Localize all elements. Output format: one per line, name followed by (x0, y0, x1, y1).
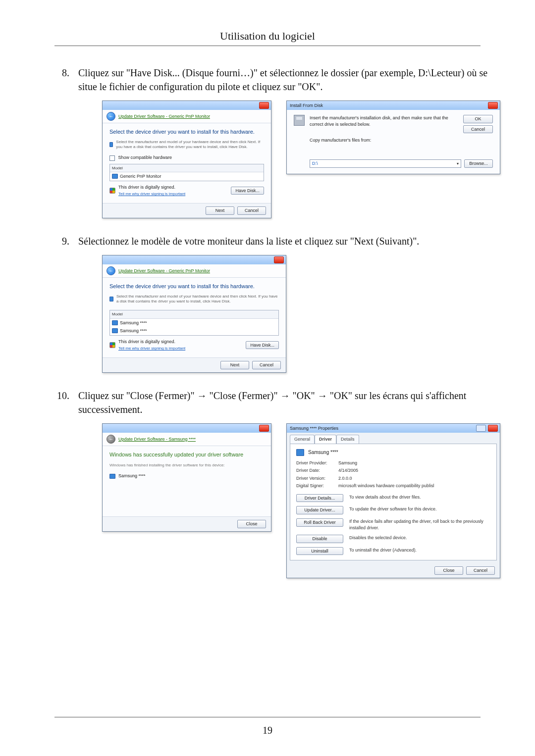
model-header: Model (110, 310, 278, 318)
rollback-driver-button[interactable]: Roll Back Driver (296, 518, 343, 527)
disable-button[interactable]: Disable (296, 535, 343, 543)
update-driver-desc: To update the driver software for this d… (349, 506, 490, 512)
ok-button[interactable]: OK (463, 115, 493, 123)
model-item-label: Generic PnP Monitor (120, 173, 161, 180)
update-driver-wizard-samsung: ← Update Driver Software - Generic PnP M… (102, 255, 286, 373)
driver-properties-dialog: Samsung **** Properties General Driver D… (286, 423, 500, 578)
browse-button[interactable]: Browse... (464, 159, 493, 168)
path-combobox[interactable]: D:\ ▾ (310, 159, 461, 168)
wizard-heading: Select the device driver you want to ins… (109, 283, 279, 290)
breadcrumb: Update Driver Software - Samsung **** (118, 436, 196, 443)
instruction-list: 8. Cliquez sur "Have Disk... (Disque fou… (54, 66, 481, 582)
wizard-note: Select the manufacturer and model of you… (116, 140, 264, 150)
list-item[interactable]: Generic PnP Monitor (110, 172, 264, 181)
step-text: Sélectionnez le modèle de votre moniteur… (78, 234, 481, 248)
back-icon: ← (107, 435, 115, 444)
next-button[interactable]: Next (206, 206, 234, 215)
signed-label: This driver is digitally signed. (118, 184, 185, 191)
monitor-icon (109, 474, 115, 479)
list-item[interactable]: Samsung **** (110, 327, 278, 335)
device-name: Samsung **** (308, 449, 338, 456)
window-title: Install From Disk (289, 102, 486, 109)
back-icon[interactable]: ← (107, 266, 115, 275)
tab-details[interactable]: Details (336, 435, 359, 444)
signing-link[interactable]: Tell me why driver signing is important (118, 192, 185, 196)
step-text: Cliquez sur "Have Disk... (Disque fourni… (78, 66, 500, 94)
driver-details-desc: To view details about the driver files. (349, 494, 490, 501)
update-success-dialog: ← Update Driver Software - Samsung **** … (102, 423, 271, 532)
device-name: Samsung **** (118, 473, 146, 479)
close-icon[interactable] (259, 102, 269, 109)
model-listbox[interactable]: Model Generic PnP Monitor (109, 164, 264, 181)
back-icon[interactable]: ← (107, 112, 115, 121)
signing-link[interactable]: Tell me why driver signing is important (118, 346, 185, 351)
shield-icon (109, 342, 115, 348)
footer-rule (54, 717, 481, 717)
success-sub: Windows has finished installing the driv… (109, 462, 264, 468)
chevron-down-icon[interactable]: ▾ (457, 161, 459, 166)
model-item-label: Samsung **** (120, 328, 147, 334)
path-value: D:\ (312, 160, 318, 167)
label-date: Driver Date: (296, 467, 338, 474)
monitor-icon (109, 297, 113, 302)
breadcrumb: Update Driver Software - Generic PnP Mon… (118, 113, 210, 120)
monitor-icon (112, 320, 118, 325)
list-item[interactable]: Samsung **** (110, 319, 278, 327)
label-provider: Driver Provider: (296, 460, 338, 466)
install-from-disk-dialog: Install From Disk Insert the manufacture… (286, 101, 500, 174)
success-heading: Windows has successfully updated your dr… (109, 451, 264, 458)
cancel-button[interactable]: Cancel (237, 206, 266, 215)
step-number: 9. (54, 234, 69, 377)
tab-driver[interactable]: Driver (315, 435, 336, 444)
show-compatible-checkbox[interactable] (109, 155, 115, 161)
update-driver-wizard-generic: ← Update Driver Software - Generic PnP M… (102, 101, 271, 218)
wizard-heading: Select the device driver you want to ins… (109, 128, 264, 136)
close-icon[interactable] (259, 425, 269, 432)
value-provider: Samsung (338, 460, 490, 466)
step-number: 10. (54, 389, 69, 582)
have-disk-button[interactable]: Have Disk... (246, 341, 279, 350)
uninstall-button[interactable]: Uninstall (296, 547, 343, 555)
section-title: Utilisation du logiciel (54, 30, 481, 43)
document-page: Utilisation du logiciel 8. Cliquez sur "… (0, 0, 535, 756)
step-text: Cliquez sur "Close (Fermer)" → "Close (F… (78, 389, 500, 416)
help-icon[interactable] (476, 425, 486, 432)
wizard-note: Select the manufacturer and model of you… (116, 294, 279, 304)
floppy-icon (294, 115, 305, 126)
copy-from-label: Copy manufacturer's files from: (310, 137, 493, 144)
shield-icon (109, 188, 115, 194)
step-10: 10. Cliquez sur "Close (Fermer)" → "Clos… (54, 389, 481, 582)
update-driver-button[interactable]: Update Driver... (296, 506, 343, 514)
monitor-icon (112, 174, 118, 179)
monitor-icon (112, 328, 118, 333)
monitor-icon (296, 449, 304, 456)
monitor-icon (109, 142, 113, 147)
close-button[interactable]: Close (237, 520, 266, 528)
close-button[interactable]: Close (434, 566, 463, 575)
header-rule (54, 46, 481, 46)
close-icon[interactable] (488, 425, 498, 432)
step-9: 9. Sélectionnez le modèle de votre monit… (54, 234, 481, 377)
close-icon[interactable] (274, 256, 284, 263)
close-icon[interactable] (488, 102, 498, 109)
tab-strip: General Driver Details (287, 433, 500, 444)
have-disk-button[interactable]: Have Disk... (231, 187, 264, 195)
disable-desc: Disables the selected device. (349, 535, 490, 541)
page-number: 19 (0, 725, 535, 736)
value-date: 4/14/2005 (338, 467, 490, 474)
cancel-button[interactable]: Cancel (463, 125, 493, 134)
label-signer: Digital Signer: (296, 483, 338, 489)
window-title: Samsung **** Properties (289, 425, 474, 432)
value-signer: microsoft windows hardware compatibility… (338, 483, 490, 489)
model-listbox[interactable]: Model Samsung **** Samsung **** (109, 310, 279, 335)
cancel-button[interactable]: Cancel (252, 361, 281, 369)
driver-details-button[interactable]: Driver Details... (296, 494, 343, 503)
install-msg: Insert the manufacturer's installation d… (310, 115, 458, 133)
tab-general[interactable]: General (290, 435, 315, 444)
breadcrumb: Update Driver Software - Generic PnP Mon… (118, 268, 210, 274)
cancel-button[interactable]: Cancel (466, 566, 495, 575)
model-header: Model (110, 164, 264, 172)
model-item-label: Samsung **** (120, 320, 147, 326)
signed-label: This driver is digitally signed. (118, 339, 185, 345)
next-button[interactable]: Next (220, 361, 249, 369)
